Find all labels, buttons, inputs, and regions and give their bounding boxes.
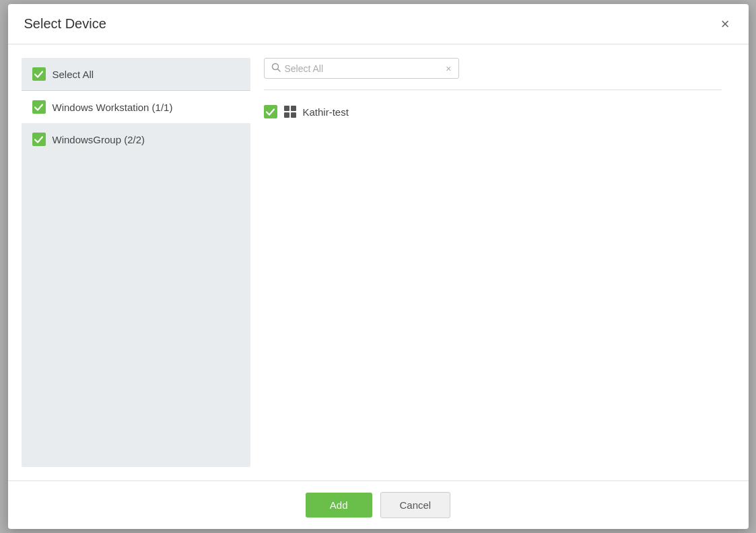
modal-body: Select All Windows Workstation (1/1) xyxy=(8,44,749,481)
search-bar-container: × xyxy=(264,58,722,79)
select-all-row[interactable]: Select All xyxy=(22,58,250,91)
modal-overlay: Select Device × Select All xyxy=(0,0,756,533)
right-panel: × Kathir-test xyxy=(250,58,735,467)
modal-footer: Add Cancel xyxy=(8,481,749,529)
group-row-windows-group[interactable]: WindowsGroup (2/2) xyxy=(22,123,250,155)
group-checkbox-0[interactable] xyxy=(32,100,46,114)
search-clear-button[interactable]: × xyxy=(446,63,451,74)
group-row-windows-workstation[interactable]: Windows Workstation (1/1) xyxy=(22,91,250,123)
group-label-1: WindowsGroup (2/2) xyxy=(53,134,145,145)
group-label-0: Windows Workstation (1/1) xyxy=(53,102,173,113)
select-device-modal: Select Device × Select All xyxy=(8,4,749,529)
svg-line-1 xyxy=(277,69,280,72)
left-panel: Select All Windows Workstation (1/1) xyxy=(22,58,250,467)
search-bar: × xyxy=(264,58,459,79)
modal-header: Select Device × xyxy=(8,4,749,44)
modal-title: Select Device xyxy=(24,16,106,32)
add-button[interactable]: Add xyxy=(306,493,372,518)
device-checkbox-0[interactable] xyxy=(264,105,277,118)
search-input[interactable] xyxy=(285,63,446,74)
select-all-label: Select All xyxy=(53,69,94,80)
divider xyxy=(264,90,722,90)
device-name-0: Kathir-test xyxy=(303,106,349,118)
cancel-button[interactable]: Cancel xyxy=(380,492,451,518)
search-icon xyxy=(271,63,281,74)
close-button[interactable]: × xyxy=(718,17,732,32)
group-checkbox-1[interactable] xyxy=(32,133,46,146)
device-row-kathir[interactable]: Kathir-test xyxy=(264,101,722,122)
windows-icon xyxy=(284,106,296,118)
select-all-checkbox[interactable] xyxy=(32,67,46,81)
